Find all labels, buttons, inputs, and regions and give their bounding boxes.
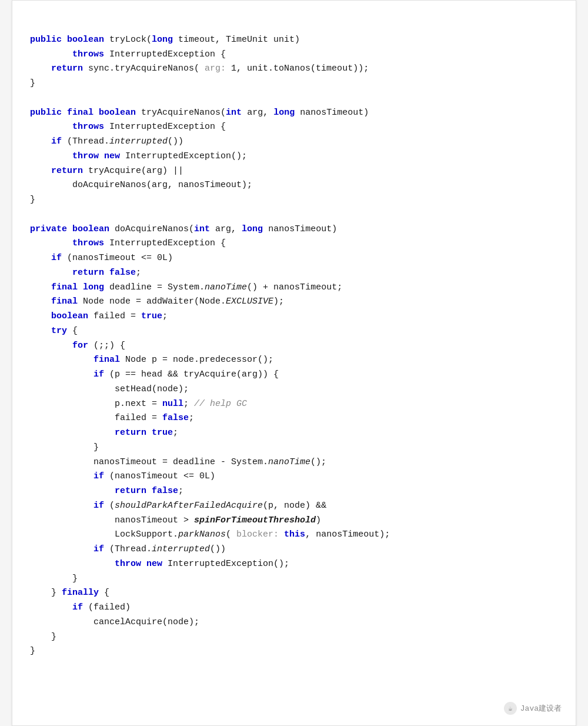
watermark: ☕ Java建设者	[504, 702, 562, 715]
code-block: public boolean tryLock(long timeout, Tim…	[30, 18, 558, 659]
watermark-icon-symbol: ☕	[508, 704, 512, 713]
watermark-icon: ☕	[504, 702, 517, 715]
watermark-text: Java建设者	[520, 703, 562, 714]
code-container: public boolean tryLock(long timeout, Tim…	[12, 0, 576, 726]
